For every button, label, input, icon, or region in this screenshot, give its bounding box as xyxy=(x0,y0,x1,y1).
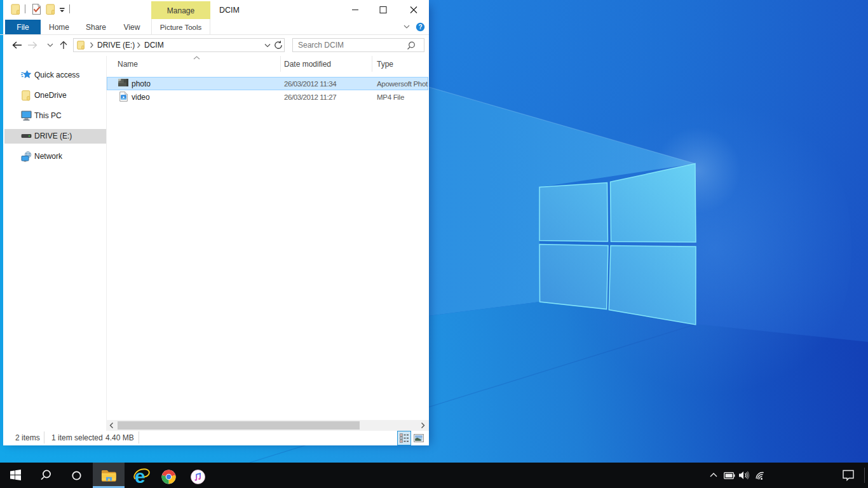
svg-text:?: ? xyxy=(418,24,422,30)
